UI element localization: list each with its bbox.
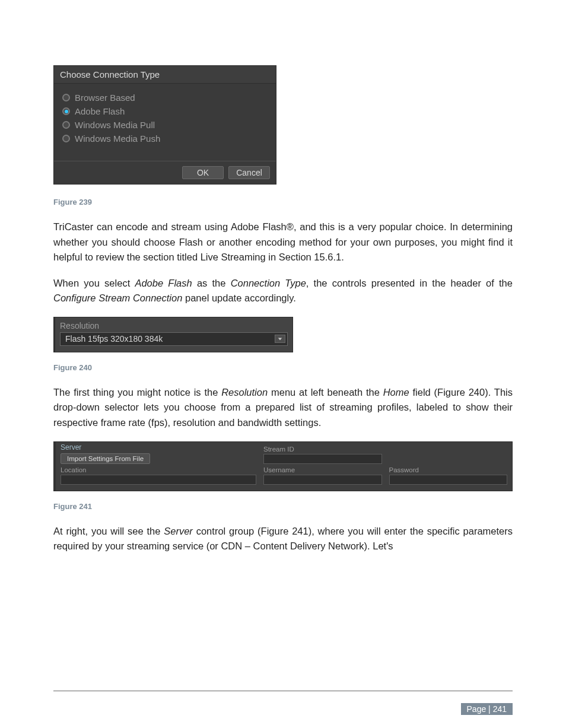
resolution-panel: Resolution Flash 15fps 320x180 384k xyxy=(53,317,293,352)
resolution-select[interactable]: Flash 15fps 320x180 384k xyxy=(60,332,288,346)
dialog-title: Choose Connection Type xyxy=(54,66,276,84)
figure-240-caption: Figure 240 xyxy=(53,363,513,372)
radio-icon xyxy=(62,107,70,115)
location-input[interactable] xyxy=(61,475,256,485)
password-label: Password xyxy=(389,466,508,473)
paragraph-2: When you select Adobe Flash as the Conne… xyxy=(53,276,513,306)
stream-id-label: Stream ID xyxy=(263,446,382,453)
radio-wm-push[interactable]: Windows Media Push xyxy=(62,132,268,145)
import-settings-button[interactable]: Import Settings From File xyxy=(61,453,150,464)
radio-icon xyxy=(62,121,70,129)
cancel-button[interactable]: Cancel xyxy=(228,166,270,179)
figure-241-caption: Figure 241 xyxy=(53,502,513,511)
resolution-value: Flash 15fps 320x180 384k xyxy=(65,334,163,344)
server-legend: Server xyxy=(61,443,256,452)
server-panel: Server Import Settings From File Stream … xyxy=(53,441,513,491)
password-input[interactable] xyxy=(389,475,508,485)
ok-button[interactable]: OK xyxy=(182,166,224,179)
radio-label: Adobe Flash xyxy=(75,106,125,116)
dialog-body: Browser Based Adobe Flash Windows Media … xyxy=(54,84,276,161)
radio-browser-based[interactable]: Browser Based xyxy=(62,91,268,104)
resolution-label: Resolution xyxy=(60,321,288,330)
paragraph-1: TriCaster can encode and stream using Ad… xyxy=(53,220,513,265)
choose-connection-dialog: Choose Connection Type Browser Based Ado… xyxy=(53,65,276,185)
radio-icon xyxy=(62,135,70,142)
radio-wm-pull[interactable]: Windows Media Pull xyxy=(62,118,268,132)
paragraph-4: At right, you will see the Server contro… xyxy=(53,524,513,554)
radio-label: Windows Media Pull xyxy=(75,120,155,130)
radio-label: Windows Media Push xyxy=(75,133,160,144)
chevron-down-icon xyxy=(275,335,285,343)
location-label: Location xyxy=(61,466,256,473)
page-number: Page | 241 xyxy=(461,703,513,715)
username-label: Username xyxy=(263,466,382,473)
username-input[interactable] xyxy=(263,475,382,485)
dialog-footer: OK Cancel xyxy=(54,161,276,184)
radio-icon xyxy=(62,94,70,101)
figure-239-caption: Figure 239 xyxy=(53,198,513,206)
radio-label: Browser Based xyxy=(75,93,135,103)
stream-id-input[interactable] xyxy=(263,454,382,464)
radio-adobe-flash[interactable]: Adobe Flash xyxy=(62,104,268,118)
paragraph-3: The first thing you might notice is the … xyxy=(53,385,513,431)
footer-divider xyxy=(53,691,513,691)
